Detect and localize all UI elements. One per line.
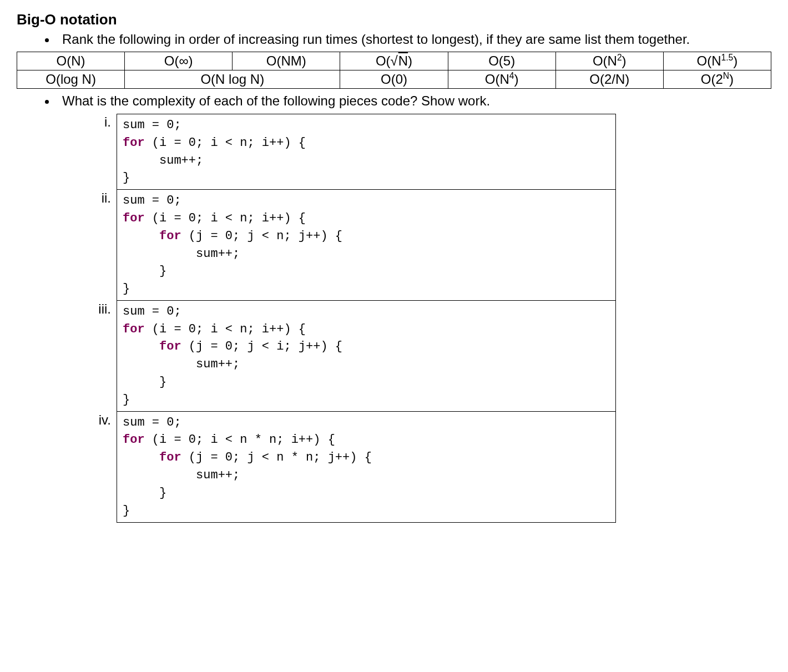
bullet-rank: Rank the following in order of increasin… [57, 31, 771, 48]
code-line: sum++; [123, 468, 240, 482]
cell-o-nm: O(NM) [233, 52, 340, 70]
complexity-table: O(N) O(∞) O(NM) O(√N) O(5) O(N2) O(N1.5)… [17, 52, 771, 89]
cell-o-n2: O(N2) [555, 52, 663, 70]
label-iv: iv. [83, 412, 117, 428]
cell-o-2n: O(2N) [663, 70, 771, 89]
code-line: } [123, 375, 166, 389]
code-line: (i = 0; i < n * n; i++) { [145, 433, 335, 447]
code-line: (i = 0; i < n; i++) { [145, 322, 306, 336]
text: O(N [485, 72, 509, 87]
keyword-for: for [159, 229, 181, 243]
code-box-iii: sum = 0; for (i = 0; i < n; i++) { for (… [117, 300, 616, 412]
keyword-for: for [123, 322, 145, 336]
keyword-for: for [123, 211, 145, 225]
cell-o-nlogn: O(N log N) [125, 70, 340, 89]
cell-o-2overn: O(2/N) [555, 70, 663, 89]
cell-o-n4: O(N4) [448, 70, 555, 89]
code-line: } [123, 264, 166, 278]
text: ) [733, 53, 738, 68]
code-box-i: sum = 0; for (i = 0; i < n; i++) { sum++… [117, 114, 616, 190]
keyword-for: for [123, 433, 145, 447]
code-box-ii: sum = 0; for (i = 0; i < n; i++) { for (… [117, 189, 616, 301]
code-line: (i = 0; i < n; i++) { [145, 211, 306, 225]
label-ii: ii. [83, 190, 117, 206]
code-row-iii: iii. sum = 0; for (i = 0; i < n; i++) { … [83, 301, 771, 412]
table-row: O(log N) O(N log N) O(0) O(N4) O(2/N) O(… [17, 70, 771, 89]
sqrt-icon: √N [391, 53, 408, 69]
code-line: } [123, 282, 130, 296]
keyword-for: for [159, 451, 181, 464]
text: ) [622, 53, 627, 68]
keyword-for: for [123, 136, 145, 150]
code-line: } [123, 504, 130, 518]
sup: 2 [617, 53, 622, 62]
code-line: sum++; [123, 154, 203, 168]
bullet-list-2: What is the complexity of each of the fo… [17, 92, 771, 110]
text: ) [729, 72, 734, 87]
code-row-iv: iv. sum = 0; for (i = 0; i < n * n; i++)… [83, 412, 771, 523]
cell-o-n15: O(N1.5) [663, 52, 771, 70]
page-title: Big-O notation [17, 11, 771, 28]
code-row-i: i. sum = 0; for (i = 0; i < n; i++) { su… [83, 114, 771, 190]
code-line: sum = 0; [123, 118, 181, 132]
sup: 1.5 [721, 53, 734, 62]
keyword-for: for [159, 340, 181, 353]
cell-o-sqrt-n: O(√N) [340, 52, 448, 70]
cell-o-inf: O(∞) [125, 52, 233, 70]
code-line: sum = 0; [123, 305, 181, 319]
text: ) [514, 72, 518, 87]
table-row: O(N) O(∞) O(NM) O(√N) O(5) O(N2) O(N1.5) [17, 52, 771, 70]
code-section: i. sum = 0; for (i = 0; i < n; i++) { su… [83, 114, 771, 523]
label-iii: iii. [83, 301, 117, 317]
code-line: } [123, 171, 130, 185]
text: O(2 [701, 72, 723, 87]
text: ) [408, 53, 412, 68]
code-box-iv: sum = 0; for (i = 0; i < n * n; i++) { f… [117, 411, 616, 523]
code-line: sum = 0; [123, 416, 181, 430]
code-row-ii: ii. sum = 0; for (i = 0; i < n; i++) { f… [83, 190, 771, 301]
code-line: (i = 0; i < n; i++) { [145, 136, 306, 150]
bullet-complexity: What is the complexity of each of the fo… [57, 92, 771, 110]
text: O( [376, 53, 391, 68]
cell-o-n: O(N) [17, 52, 125, 70]
code-line: sum = 0; [123, 194, 181, 208]
code-line: sum++; [123, 357, 240, 371]
text: O(N [593, 53, 617, 68]
code-line: sum++; [123, 247, 240, 261]
bullet-list-1: Rank the following in order of increasin… [17, 31, 771, 48]
cell-o-0: O(0) [340, 70, 448, 89]
code-line: (j = 0; j < n; j++) { [181, 229, 342, 243]
label-i: i. [83, 114, 117, 130]
text: O(N [697, 53, 721, 68]
code-line: } [123, 393, 130, 407]
code-line: (j = 0; j < n * n; j++) { [181, 451, 372, 464]
code-line: (j = 0; j < i; j++) { [181, 340, 342, 353]
cell-o-5: O(5) [448, 52, 555, 70]
code-line: } [123, 486, 166, 500]
sup: N [723, 71, 729, 80]
cell-o-logn: O(log N) [17, 70, 125, 89]
